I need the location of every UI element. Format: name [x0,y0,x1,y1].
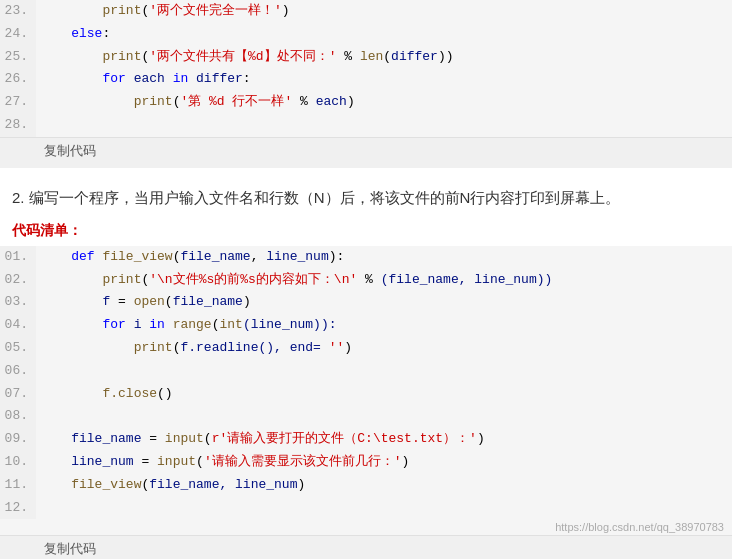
line-number: 26. [0,68,36,91]
line-number: 09. [0,428,36,451]
line-code [36,497,732,520]
line-number: 25. [0,46,36,69]
line-number: 27. [0,91,36,114]
line-number: 06. [0,360,36,383]
line-number: 03. [0,291,36,314]
line-number: 07. [0,383,36,406]
line-code [36,405,732,428]
line-number: 04. [0,314,36,337]
line-code: print(f.readline(), end= '') [36,337,732,360]
line-number: 23. [0,0,36,23]
line-number: 12. [0,497,36,520]
line-number: 24. [0,23,36,46]
code-table-2: 01. def file_view(file_name, line_num):0… [0,246,732,520]
line-number: 08. [0,405,36,428]
table-row: 05. print(f.readline(), end= '') [0,337,732,360]
table-row: 09. file_name = input(r'请输入要打开的文件（C:\tes… [0,428,732,451]
table-row: 12. [0,497,732,520]
table-row: 07. f.close() [0,383,732,406]
line-number: 05. [0,337,36,360]
line-code: f = open(file_name) [36,291,732,314]
page-container: 23. print('两个文件完全一样！')24. else:25. print… [0,0,732,559]
table-row: 24. else: [0,23,732,46]
line-code: print('两个文件共有【%d】处不同：' % len(differ)) [36,46,732,69]
table-row: 08. [0,405,732,428]
copy-button-1[interactable]: 复制代码 [0,137,732,168]
line-code: else: [36,23,732,46]
table-row: 27. print('第 %d 行不一样' % each) [0,91,732,114]
line-code: print('第 %d 行不一样' % each) [36,91,732,114]
code-table-1: 23. print('两个文件完全一样！')24. else:25. print… [0,0,732,137]
code-section-2: 01. def file_view(file_name, line_num):0… [0,246,732,559]
line-code: print('\n文件%s的前%s的内容如下：\n' % (file_name,… [36,269,732,292]
line-number: 11. [0,474,36,497]
table-row: 25. print('两个文件共有【%d】处不同：' % len(differ)… [0,46,732,69]
table-row: 06. [0,360,732,383]
line-code: file_view(file_name, line_num) [36,474,732,497]
line-number: 01. [0,246,36,269]
table-row: 02. print('\n文件%s的前%s的内容如下：\n' % (file_n… [0,269,732,292]
line-number: 02. [0,269,36,292]
line-code [36,114,732,137]
code-label: 代码清单： [0,218,732,246]
code-section-1: 23. print('两个文件完全一样！')24. else:25. print… [0,0,732,168]
table-row: 10. line_num = input('请输入需要显示该文件前几行：') [0,451,732,474]
line-code: line_num = input('请输入需要显示该文件前几行：') [36,451,732,474]
line-code: for each in differ: [36,68,732,91]
line-code: file_name = input(r'请输入要打开的文件（C:\test.tx… [36,428,732,451]
section2-heading: 2. 编写一个程序，当用户输入文件名和行数（N）后，将该文件的前N行内容打印到屏… [0,168,732,218]
line-code: f.close() [36,383,732,406]
table-row: 26. for each in differ: [0,68,732,91]
table-row: 03. f = open(file_name) [0,291,732,314]
table-row: 11. file_view(file_name, line_num) [0,474,732,497]
line-code: print('两个文件完全一样！') [36,0,732,23]
table-row: 04. for i in range(int(line_num)): [0,314,732,337]
table-row: 28. [0,114,732,137]
line-number: 28. [0,114,36,137]
line-code: def file_view(file_name, line_num): [36,246,732,269]
line-code: for i in range(int(line_num)): [36,314,732,337]
line-number: 10. [0,451,36,474]
table-row: 01. def file_view(file_name, line_num): [0,246,732,269]
line-code [36,360,732,383]
table-row: 23. print('两个文件完全一样！') [0,0,732,23]
watermark: https://blog.csdn.net/qq_38970783 [0,519,732,535]
copy-button-2[interactable]: 复制代码 [0,535,732,559]
